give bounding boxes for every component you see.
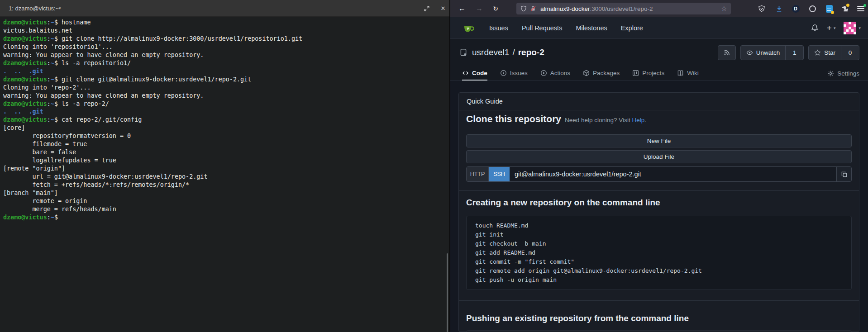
extension-document-icon[interactable] bbox=[825, 5, 833, 13]
url-bar[interactable]: almalinux9-docker:3000/usrdevel1/repo-2 … bbox=[516, 3, 731, 14]
repo-separator: / bbox=[512, 47, 515, 57]
eye-icon bbox=[746, 49, 753, 56]
tab-settings[interactable]: Settings bbox=[827, 66, 859, 81]
section-divider bbox=[459, 190, 859, 191]
clone-url-input[interactable]: git@almalinux9-docker:usrdevel1/repo-2.g… bbox=[510, 167, 836, 181]
url-path: :3000/usrdevel1/repo-2 bbox=[590, 5, 653, 12]
clone-heading: Clone this repositoryNeed help cloning? … bbox=[466, 114, 646, 124]
user-menu[interactable]: ▾ bbox=[844, 22, 861, 34]
reload-button[interactable]: ↻ bbox=[489, 0, 502, 17]
http-toggle-button[interactable]: HTTP bbox=[467, 167, 489, 181]
nav-item-milestones[interactable]: Milestones bbox=[576, 24, 607, 32]
terminal-scrollbar[interactable] bbox=[447, 253, 448, 332]
copy-url-button[interactable] bbox=[836, 167, 851, 181]
copy-icon bbox=[841, 171, 848, 178]
pushing-heading: Pushing an existing repository from the … bbox=[466, 313, 689, 323]
create-new-button[interactable]: +▾ bbox=[827, 23, 836, 33]
url-host: almalinux9-docker bbox=[540, 5, 590, 12]
watch-count[interactable]: 1 bbox=[785, 46, 803, 60]
gear-icon bbox=[827, 70, 834, 77]
extension-shield-icon[interactable] bbox=[758, 5, 766, 13]
notifications-bell-icon[interactable] bbox=[811, 24, 819, 32]
close-window-icon[interactable]: ✕ bbox=[437, 0, 449, 17]
creating-heading: Creating a new repository on the command… bbox=[466, 198, 660, 208]
forward-button[interactable]: → bbox=[473, 0, 486, 17]
rss-feed-button[interactable] bbox=[718, 45, 736, 60]
bookmark-star-icon[interactable]: ☆ bbox=[721, 5, 727, 12]
ssh-toggle-button[interactable]: SSH bbox=[489, 167, 510, 181]
repo-content: Quick Guide Clone this repositoryNeed he… bbox=[450, 81, 868, 332]
star-button[interactable]: Star bbox=[809, 46, 841, 60]
browser-window: ← → ↻ almalinux9-docker:3000/usrdevel1/r bbox=[450, 0, 868, 332]
tab-wiki[interactable]: Wiki bbox=[677, 66, 699, 80]
package-icon bbox=[583, 70, 590, 76]
new-file-button[interactable]: New File bbox=[466, 134, 852, 147]
code-icon bbox=[462, 70, 469, 76]
extension-ring-icon[interactable] bbox=[808, 5, 816, 13]
back-button[interactable]: ← bbox=[456, 0, 468, 17]
repo-owner-link[interactable]: usrdevel1 bbox=[472, 47, 509, 57]
nav-item-explore[interactable]: Explore bbox=[621, 24, 643, 32]
menu-icon[interactable] bbox=[857, 5, 865, 13]
pushing-code-block bbox=[466, 330, 852, 332]
chevron-down-icon: ▾ bbox=[834, 26, 836, 30]
repo-name-link[interactable]: repo-2 bbox=[518, 47, 544, 57]
help-link[interactable]: Help bbox=[632, 117, 644, 123]
extension-d-icon[interactable]: D bbox=[792, 5, 800, 13]
chevron-down-icon[interactable]: ▾ bbox=[59, 0, 61, 17]
project-board-icon bbox=[632, 70, 639, 76]
play-circle-icon bbox=[540, 70, 547, 76]
repo-icon bbox=[459, 48, 467, 57]
terminal-window: 1: dzamo@victus:~ ▾ ✕ dzamo@victus:~$ ho… bbox=[0, 0, 449, 332]
browser-toolbar: ← → ↻ almalinux9-docker:3000/usrdevel1/r bbox=[450, 0, 868, 17]
tab-code[interactable]: Code bbox=[462, 66, 487, 81]
nav-item-pull-requests[interactable]: Pull Requests bbox=[522, 24, 562, 32]
avatar bbox=[844, 22, 856, 34]
restore-window-icon[interactable] bbox=[421, 0, 433, 17]
extensions-puzzle-icon[interactable] bbox=[840, 5, 849, 13]
section-divider bbox=[459, 300, 859, 301]
downloads-icon[interactable] bbox=[775, 5, 783, 13]
terminal-output[interactable]: dzamo@victus:~$ hostnamevictus.balaitus.… bbox=[3, 19, 302, 222]
upload-file-button[interactable]: Upload File bbox=[466, 150, 852, 163]
creating-code-block: touch README.mdgit initgit checkout -b m… bbox=[466, 216, 852, 290]
repo-tabs: Code Issues Actions Packages bbox=[450, 66, 868, 81]
unwatch-button[interactable]: Unwatch bbox=[741, 46, 786, 60]
tab-packages[interactable]: Packages bbox=[583, 66, 620, 80]
star-count[interactable]: 0 bbox=[841, 46, 859, 60]
book-icon bbox=[677, 70, 684, 76]
issue-icon bbox=[500, 70, 507, 76]
tab-issues[interactable]: Issues bbox=[500, 66, 528, 80]
tracking-shield-icon[interactable] bbox=[520, 5, 527, 12]
clone-url-row: HTTP SSH git@almalinux9-docker:usrdevel1… bbox=[466, 166, 852, 182]
terminal-title: 1: dzamo@victus:~ bbox=[9, 0, 59, 17]
star-button-group: Star 0 bbox=[808, 45, 859, 60]
star-icon bbox=[814, 49, 821, 56]
tab-projects[interactable]: Projects bbox=[632, 66, 664, 80]
chevron-down-icon: ▾ bbox=[858, 26, 861, 30]
watch-button-group: Unwatch 1 bbox=[740, 45, 804, 60]
nav-item-issues[interactable]: Issues bbox=[489, 24, 508, 32]
insecure-lock-icon[interactable] bbox=[530, 5, 536, 12]
terminal-titlebar[interactable]: 1: dzamo@victus:~ ▾ ✕ bbox=[0, 0, 449, 17]
gitea-logo-icon[interactable] bbox=[462, 21, 476, 35]
quick-guide-header: Quick Guide bbox=[459, 93, 859, 110]
gitea-navbar: Issues Pull Requests Milestones Explore … bbox=[450, 17, 868, 39]
quick-guide-panel: Quick Guide Clone this repositoryNeed he… bbox=[458, 92, 859, 332]
tab-actions[interactable]: Actions bbox=[540, 66, 570, 80]
repo-header: usrdevel1 / repo-2 Unwatch bbox=[450, 39, 868, 66]
